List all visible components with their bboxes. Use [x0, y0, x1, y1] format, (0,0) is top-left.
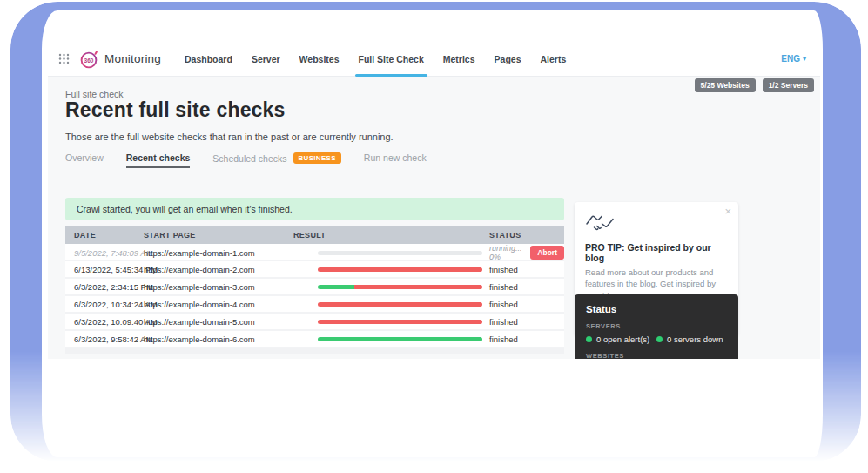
- tab-label: Recent checks: [126, 152, 191, 163]
- active-tab-underline: [355, 74, 427, 77]
- column-result: RESULT: [293, 231, 484, 240]
- progress-red-segment: [354, 285, 482, 289]
- progress-green-segment: [318, 285, 354, 289]
- nav-item-label: Server: [252, 54, 280, 64]
- progress-red-segment: [318, 302, 482, 307]
- brand-name: Monitoring: [104, 52, 161, 65]
- table-header: DATE START PAGE RESULT STATUS: [65, 226, 564, 244]
- table-row: 6/13/2022, 5:45:34 PM https://example-do…: [65, 261, 564, 279]
- progress-bar: [318, 285, 482, 289]
- check-start-page: https://example-domain-5.com: [144, 317, 293, 327]
- page-title: Recent full site checks: [65, 98, 286, 122]
- status-panel-title: Status: [586, 304, 727, 314]
- usage-badge: 5/25 Websites: [695, 78, 756, 92]
- handshake-icon: [585, 212, 615, 233]
- status-text: finished: [489, 334, 518, 344]
- check-start-page: https://example-domain-6.com: [144, 334, 293, 344]
- table-row: 6/3/2022, 2:34:15 PM https://example-dom…: [65, 279, 564, 296]
- table-row: 6/3/2022, 10:34:24 AM https://example-do…: [65, 296, 564, 314]
- tab-scheduled-checks[interactable]: Scheduled checks BUSINESS: [212, 152, 341, 169]
- nav-item-metrics[interactable]: Metrics: [434, 42, 485, 77]
- progress-green-segment: [318, 337, 482, 341]
- nav-item-server[interactable]: Server: [242, 42, 290, 77]
- page-subtitle: Those are the full website checks that r…: [65, 132, 394, 142]
- status-item-label: 0 open alert(s): [596, 334, 649, 344]
- progress-red-segment: [318, 267, 482, 272]
- green-dot-icon: [656, 336, 663, 342]
- nav-menu: Dashboard Server Websites Full Site Chec…: [175, 42, 575, 77]
- check-date: 6/3/2022, 10:34:24 AM: [65, 300, 144, 309]
- green-dot-icon: [586, 336, 592, 342]
- brand-logo[interactable]: 360 Monitoring: [78, 49, 161, 70]
- status-sections: SERVERS 0 open alert(s) 0 servers down W…: [586, 322, 727, 359]
- app-grid-icon[interactable]: [58, 53, 70, 64]
- nav-item-label: Websites: [299, 54, 340, 64]
- usage-badge: 1/2 Servers: [763, 78, 814, 92]
- business-badge: BUSINESS: [293, 152, 341, 164]
- nav-item-label: Metrics: [443, 54, 475, 64]
- progress-bar: [318, 337, 482, 341]
- table-body: 9/5/2022, 7:48:09 AM https://example-dom…: [65, 244, 564, 348]
- close-icon[interactable]: ×: [724, 206, 731, 217]
- progress-bar: [318, 251, 482, 255]
- check-date: 6/3/2022, 2:34:15 PM: [65, 282, 144, 292]
- column-status: STATUS: [484, 231, 564, 240]
- tab-run-new-check[interactable]: Run new check: [364, 152, 427, 168]
- logo-360-icon: 360: [78, 49, 99, 70]
- check-start-page: https://example-domain-3.com: [144, 282, 293, 292]
- nav-item-full-site-check[interactable]: Full Site Check: [349, 42, 434, 77]
- nav-item-pages[interactable]: Pages: [485, 42, 531, 77]
- top-navbar: 360 Monitoring Dashboard Server Websites…: [48, 42, 820, 77]
- nav-item-alerts[interactable]: Alerts: [530, 42, 575, 77]
- column-start-page: START PAGE: [144, 231, 293, 240]
- tab-overview[interactable]: Overview: [65, 152, 104, 168]
- check-start-page: https://example-domain-1.com: [144, 248, 293, 258]
- status-item: 0 servers down: [656, 334, 727, 344]
- status-panel: Status SERVERS 0 open alert(s) 0 servers…: [575, 294, 738, 359]
- tab-label: Overview: [65, 152, 104, 163]
- column-date: DATE: [65, 231, 144, 240]
- check-start-page: https://example-domain-2.com: [144, 265, 293, 274]
- status-section-label: WEBSITES: [586, 352, 727, 359]
- check-date: 6/13/2022, 5:45:34 PM: [65, 265, 144, 274]
- tab-recent-checks[interactable]: Recent checks: [126, 152, 191, 168]
- checks-table: DATE START PAGE RESULT STATUS 9/5/2022, …: [65, 226, 564, 354]
- success-alert: Crawl started, you will get an email whe…: [65, 198, 564, 220]
- check-start-page: https://example-domain-4.com: [144, 300, 293, 309]
- status-text: finished: [489, 265, 518, 274]
- pro-tip-title: PRO TIP: Get inspired by our blog: [585, 242, 728, 263]
- tab-label: Scheduled checks: [212, 153, 286, 164]
- status-item: 0 open alert(s): [586, 334, 656, 344]
- nav-item-label: Pages: [495, 54, 521, 64]
- check-date: 6/3/2022, 10:09:40 AM: [65, 317, 144, 327]
- tab-label: Run new check: [364, 152, 427, 163]
- progress-bar: [318, 267, 482, 272]
- app-screenshot: 360 Monitoring Dashboard Server Websites…: [48, 42, 820, 359]
- status-item-label: 0 servers down: [667, 334, 723, 344]
- status-section: SERVERS 0 open alert(s) 0 servers down: [586, 322, 727, 344]
- status-text: finished: [489, 317, 518, 327]
- usage-badges: 5/25 Websites1/2 Servers: [695, 78, 814, 92]
- check-date: 9/5/2022, 7:48:09 AM: [65, 248, 144, 258]
- tab-bar: Overview Recent checks Scheduled checks …: [65, 152, 449, 169]
- table-row: 9/5/2022, 7:48:09 AM https://example-dom…: [65, 244, 564, 261]
- nav-item-label: Alerts: [540, 54, 566, 64]
- progress-bar: [318, 302, 482, 307]
- nav-item-websites[interactable]: Websites: [290, 42, 349, 77]
- chevron-down-icon: ▾: [803, 55, 806, 63]
- nav-item-dashboard[interactable]: Dashboard: [175, 42, 242, 77]
- status-text: finished: [489, 300, 518, 309]
- abort-button[interactable]: Abort: [530, 246, 564, 260]
- language-selector[interactable]: ENG ▾: [781, 54, 806, 64]
- logo-number: 360: [84, 57, 93, 63]
- nav-item-label: Full Site Check: [359, 54, 424, 64]
- status-text: running... 0%: [489, 244, 526, 261]
- status-text: finished: [489, 282, 518, 292]
- table-row: 6/3/2022, 9:58:42 AM https://example-dom…: [65, 331, 564, 348]
- clipped-next-row: [65, 348, 564, 354]
- status-section-label: SERVERS: [586, 322, 727, 330]
- status-section: WEBSITES 0 open alert(s) 0 websites down: [586, 352, 727, 359]
- check-date: 6/3/2022, 9:58:42 AM: [65, 334, 144, 344]
- progress-bar: [318, 320, 482, 324]
- table-row: 6/3/2022, 10:09:40 AM https://example-do…: [65, 314, 564, 331]
